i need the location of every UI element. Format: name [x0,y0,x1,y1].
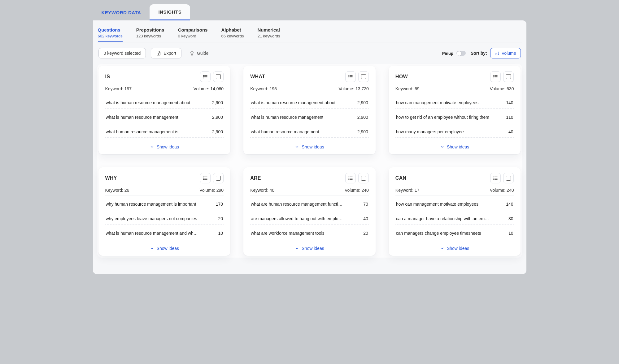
keyword-count: Keyword: 40 [250,188,274,193]
insight-card: WHATKeyword: 195Volume: 13,720what is hu… [243,66,376,154]
keyword-row[interactable]: can managers change employee timesheets1… [395,228,514,239]
volume-count: Volume: 13,720 [339,86,369,91]
svg-point-3 [203,75,204,75]
keyword-row[interactable]: why employees leave managers not compani… [105,213,224,225]
selected-count-button[interactable]: 0 keyword selected [98,48,146,58]
keyword-count: Keyword: 26 [105,188,129,193]
toolbar: 0 keyword selected Export Guide Pin [97,42,522,64]
volume-count: Volume: 290 [199,188,224,193]
subtab-label: Alphabet [221,27,244,32]
export-button[interactable]: Export [151,48,181,58]
show-ideas-button[interactable]: Show ideas [395,242,514,251]
card-header: WHAT [250,71,369,82]
select-card-checkbox[interactable] [358,71,369,82]
svg-point-34 [494,178,494,178]
lightbulb-icon [190,51,194,56]
subtab-label: Numerical [257,27,280,32]
subtab-row: Questions602 keywordsPrepositions123 key… [97,26,522,42]
subtab-count: 66 keywords [221,34,244,38]
checkbox-icon [506,176,511,181]
subtab-label: Prepositions [136,27,164,32]
subtab-alphabet[interactable]: Alphabet66 keywords [221,27,244,42]
list-view-button[interactable] [490,71,501,82]
card-stats: Keyword: 197Volume: 14,060 [105,85,224,94]
keyword-row[interactable]: what human resource management2,900 [250,126,369,138]
list-icon [348,176,353,181]
sort-by-label: Sort by: [471,51,487,56]
cards-grid: ISKeyword: 197Volume: 14,060what is huma… [97,64,522,258]
list-view-button[interactable] [490,173,501,183]
subtab-comparisons[interactable]: Comparisons0 keyword [178,27,208,42]
subtab-prepositions[interactable]: Prepositions123 keywords [136,27,164,42]
tab-keyword-data[interactable]: KEYWORD DATA [93,4,150,20]
keyword-volume: 20 [218,216,223,221]
subtab-questions[interactable]: Questions602 keywords [98,27,123,42]
keyword-row[interactable]: how to get rid of an employee without fi… [395,112,514,123]
svg-point-15 [494,75,494,75]
svg-point-21 [203,177,204,177]
select-card-checkbox[interactable] [358,173,369,183]
sort-button[interactable]: Volume [490,48,521,58]
show-ideas-button[interactable]: Show ideas [250,242,369,251]
keyword-text: what human resource management [251,129,319,134]
keyword-row[interactable]: what are workforce management tools20 [250,228,369,239]
list-view-button[interactable] [200,173,211,183]
keyword-volume: 2,900 [212,129,223,134]
keyword-row[interactable]: what is human resource management about2… [250,97,369,109]
show-ideas-button[interactable]: Show ideas [250,141,369,149]
sort-group: Sort by: Volume [471,48,521,58]
keyword-row[interactable]: what is human resource management and wh… [105,228,224,239]
select-card-checkbox[interactable] [213,173,224,183]
card-actions [490,71,514,82]
keyword-volume: 2,900 [357,129,368,134]
show-ideas-label: Show ideas [447,144,469,149]
volume-count: Volume: 240 [490,188,514,193]
checkbox-icon [216,176,221,181]
card-title: CAN [395,175,407,181]
show-ideas-button[interactable]: Show ideas [105,141,224,149]
guide-label: Guide [197,51,208,56]
select-card-checkbox[interactable] [213,71,224,82]
volume-count: Volume: 630 [490,86,514,91]
keyword-volume: 2,900 [212,100,223,105]
show-ideas-label: Show ideas [447,246,469,251]
checkbox-icon [361,74,366,79]
keyword-row[interactable]: what is human resource management2,900 [250,112,369,123]
pinup-toggle[interactable] [456,51,466,56]
keyword-volume: 170 [216,202,223,207]
select-card-checkbox[interactable] [503,173,514,183]
insight-card: CANKeyword: 17Volume: 240how can managem… [389,167,521,256]
show-ideas-button[interactable]: Show ideas [395,141,514,149]
subtab-numerical[interactable]: Numerical21 keywords [257,27,280,42]
keyword-row[interactable]: what is human resource management about2… [105,97,224,109]
list-view-button[interactable] [200,71,211,82]
keyword-text: what is human resource management about [251,100,335,105]
keyword-row[interactable]: what human resource management is2,900 [105,126,224,138]
card-header: WHY [105,173,224,183]
tab-insights[interactable]: INSIGHTS [150,4,190,20]
svg-point-22 [203,178,204,178]
keyword-row[interactable]: how can management motivate employees140 [395,199,514,210]
keyword-count: Keyword: 195 [250,86,277,91]
select-card-checkbox[interactable] [503,71,514,82]
keyword-row[interactable]: how many managers per employee40 [395,126,514,138]
show-ideas-button[interactable]: Show ideas [105,242,224,251]
keyword-row[interactable]: why human resource management is importa… [105,199,224,210]
list-icon [203,74,208,79]
keyword-volume: 20 [363,231,368,236]
subtab-count: 602 keywords [98,34,123,38]
volume-count: Volume: 14,060 [194,86,224,91]
keyword-volume: 2,900 [357,100,368,105]
list-view-button[interactable] [345,71,356,82]
keyword-row[interactable]: can a manager have a relationship with a… [395,213,514,225]
list-view-button[interactable] [345,173,356,183]
keyword-row[interactable]: what are human resource management funct… [250,199,369,210]
chevron-down-icon [150,246,154,251]
keyword-row[interactable]: what is human resource management2,900 [105,112,224,123]
keyword-text: what is human resource management about [106,100,190,105]
keyword-volume: 140 [506,202,513,207]
keyword-row[interactable]: how can management motivate employees140 [395,97,514,109]
keyword-row[interactable]: are managers allowed to hang out with em… [250,213,369,225]
guide-button[interactable]: Guide [186,48,211,58]
keyword-text: what is human resource management [106,115,178,120]
